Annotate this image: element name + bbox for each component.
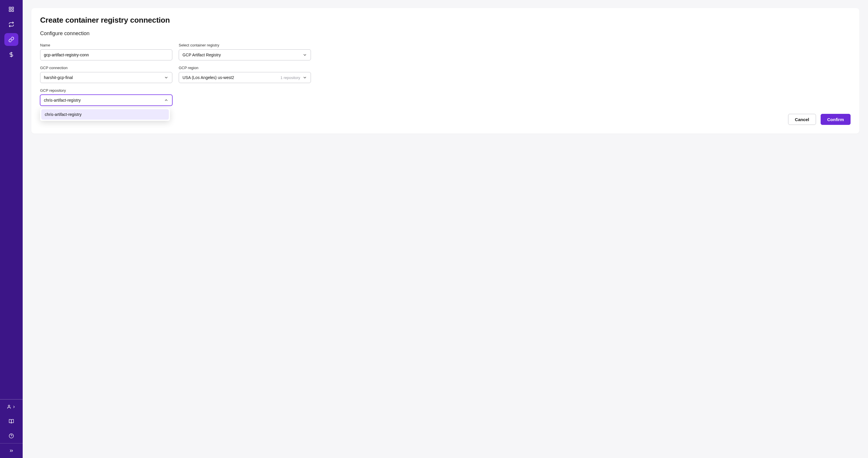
- chevron-right-icon: [12, 405, 16, 409]
- page-subtitle: Configure connection: [40, 31, 850, 37]
- input-name[interactable]: [44, 53, 168, 57]
- label-name: Name: [40, 43, 172, 47]
- nav-connections[interactable]: [4, 33, 18, 46]
- input-name-wrap[interactable]: [40, 50, 172, 60]
- svg-rect-3: [9, 10, 11, 11]
- select-gcp-repository-value: chris-artifact-registry: [44, 98, 81, 102]
- field-gcp-region: GCP region USA (Los Angeles) us-west2 1 …: [179, 66, 311, 83]
- select-registry[interactable]: GCP Artifact Registry: [179, 50, 311, 60]
- nav-user[interactable]: [0, 400, 23, 414]
- label-gcp-connection: GCP connection: [40, 66, 172, 70]
- chevron-down-icon: [303, 53, 307, 57]
- repo-count: 1 repository: [280, 75, 300, 80]
- svg-rect-1: [12, 7, 14, 9]
- confirm-button[interactable]: Confirm: [820, 114, 851, 125]
- label-gcp-region: GCP region: [179, 66, 311, 70]
- field-registry: Select container registry GCP Artifact R…: [179, 43, 311, 60]
- select-gcp-connection[interactable]: harshit-gcp-final: [40, 72, 172, 83]
- expand-icon: [9, 448, 14, 453]
- dollar-icon: [8, 52, 14, 58]
- label-gcp-repository: GCP repository: [40, 88, 172, 93]
- link-icon: [8, 37, 14, 42]
- select-registry-value: GCP Artifact Registry: [183, 53, 221, 57]
- chevron-down-icon: [164, 75, 168, 80]
- svg-point-5: [8, 405, 9, 406]
- select-gcp-repository[interactable]: chris-artifact-registry: [40, 95, 172, 106]
- sidebar-nav-top: [0, 0, 23, 399]
- nav-billing[interactable]: [4, 48, 18, 61]
- sidebar-nav-bottom: [0, 399, 23, 458]
- nav-expand[interactable]: [0, 444, 23, 458]
- book-icon: [9, 419, 14, 424]
- select-gcp-connection-value: harshit-gcp-final: [44, 75, 73, 80]
- help-icon: [9, 433, 14, 438]
- select-gcp-region-value: USA (Los Angeles) us-west2: [183, 75, 234, 80]
- select-gcp-region[interactable]: USA (Los Angeles) us-west2 1 repository: [179, 72, 311, 83]
- sidebar: [0, 0, 23, 458]
- nav-docs[interactable]: [0, 414, 23, 429]
- dashboard-icon: [8, 6, 14, 12]
- nav-help[interactable]: [0, 429, 23, 443]
- repository-dropdown: chris-artifact-registry: [40, 108, 170, 121]
- chevron-down-icon: [303, 75, 307, 80]
- repository-option[interactable]: chris-artifact-registry: [41, 109, 169, 120]
- field-gcp-connection: GCP connection harshit-gcp-final: [40, 66, 172, 83]
- nav-compare[interactable]: [4, 18, 18, 31]
- main-content: Create container registry connection Con…: [23, 0, 868, 458]
- svg-rect-0: [9, 7, 11, 9]
- user-icon: [7, 404, 11, 409]
- nav-dashboard[interactable]: [4, 3, 18, 16]
- svg-rect-2: [12, 10, 14, 11]
- cancel-button[interactable]: Cancel: [788, 114, 816, 125]
- form-grid: Name Select container registry GCP Artif…: [40, 43, 850, 106]
- field-name: Name: [40, 43, 172, 60]
- chevron-up-icon: [164, 98, 168, 102]
- page-title: Create container registry connection: [40, 16, 850, 25]
- form-card: Create container registry connection Con…: [31, 8, 859, 134]
- field-gcp-repository: GCP repository chris-artifact-registry c…: [40, 88, 172, 106]
- label-registry: Select container registry: [179, 43, 311, 47]
- swap-icon: [8, 22, 14, 27]
